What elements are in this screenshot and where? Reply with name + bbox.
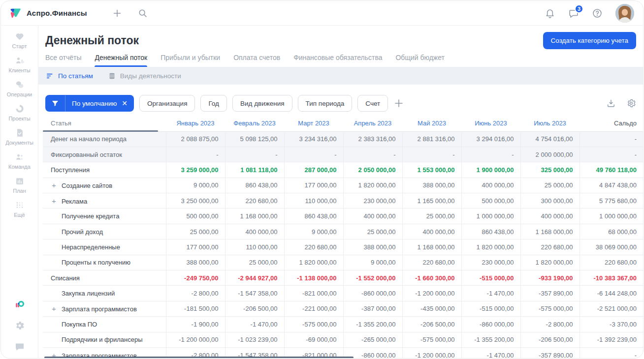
column-header-month[interactable]: Январь 2023 (166, 115, 225, 131)
tab-budget[interactable]: Общий бюджет (395, 54, 444, 67)
table-row[interactable]: Фиксированный остаток------2 000 000,00- (43, 147, 643, 162)
filter-chip-period-type[interactable]: Тип периода (298, 95, 353, 112)
table-settings-gear-icon[interactable] (626, 98, 636, 108)
expand-plus-icon[interactable]: + (51, 181, 57, 189)
export-download-icon[interactable] (606, 98, 616, 108)
table-row[interactable]: +Создание сайтов9 000,00860 438,00177 00… (43, 178, 643, 193)
sidebar-item-operations[interactable]: Операции (1, 80, 38, 97)
row-label-cell: Прочий доход (43, 224, 166, 239)
aspro-mini-logo-icon[interactable] (14, 299, 25, 310)
table-row[interactable]: Покупка ПО-1 900,00-1 470,00-575 000,00-… (43, 317, 643, 332)
value-cell: 1 000 000,00 (580, 209, 643, 224)
value-cell: 68 000,00 (580, 224, 643, 239)
subtab-by-articles[interactable]: По статьям (46, 72, 93, 80)
value-cell: -221 000,00 (284, 301, 343, 316)
more-icon (15, 200, 25, 210)
table-row[interactable]: Закупка лицензий-2 800,00-1 547 358,00-8… (43, 286, 643, 301)
value-cell: 1 000 000,00 (461, 209, 520, 224)
tab-invoices[interactable]: Оплата счетов (233, 54, 280, 67)
active-filter-chip[interactable]: По умолчанию ✕ (45, 95, 134, 112)
table-row[interactable]: Прочий доход25 000,00400 000,009 000,002… (43, 224, 643, 239)
table-row[interactable]: Проценты к получению388 000,0025 000,001… (43, 255, 643, 270)
value-cell: 177 000,00 (284, 178, 343, 193)
horizontal-scrollbar-thumb[interactable] (44, 357, 354, 359)
value-cell: 388 000,00 (343, 239, 402, 255)
expand-plus-icon[interactable]: + (51, 197, 57, 205)
clients-icon (15, 56, 25, 65)
column-header-month[interactable]: Июнь 2023 (461, 115, 520, 131)
tab-all-reports[interactable]: Все отчёты (45, 54, 81, 67)
table-row[interactable]: Денег на начало периода2 088 875,005 098… (43, 131, 643, 147)
help-icon[interactable] (592, 8, 603, 19)
table-row[interactable]: +Реклама3 250 000,00220 680,00110 000,00… (43, 193, 643, 209)
topbar: Аспро.Финансы 3 (1, 1, 643, 26)
value-cell: 1 553 000,00 (402, 162, 461, 178)
value-cell: 1 900 000,00 (461, 162, 520, 178)
sidebar-item-plan[interactable]: План (1, 176, 38, 194)
column-header-month[interactable]: Июль 2023 (520, 115, 580, 131)
sidebar-item-projects[interactable]: Проекты (1, 104, 38, 121)
tab-pnl[interactable]: Прибыли и убытки (161, 54, 220, 67)
sidebar: СтартКлиентыОперацииПроектыДокументыКома… (1, 26, 38, 359)
settings-gear-icon[interactable] (14, 320, 25, 331)
tab-cash-flow[interactable]: Денежный поток (95, 54, 147, 67)
quick-add-button[interactable] (112, 8, 123, 19)
value-cell: 860 438,00 (461, 224, 520, 239)
column-header-article: Статья (43, 115, 166, 131)
table-row[interactable]: Подрядчики и фрилансеры-1 200 000,00-1 0… (43, 332, 643, 347)
sidebar-item-documents[interactable]: Документы (1, 128, 38, 146)
table-row[interactable]: Списания-249 750,00-2 944 927,00-1 138 0… (43, 270, 643, 286)
main-area: Денежный поток Создать категорию учета В… (38, 26, 643, 359)
value-cell: -265 000,00 (343, 332, 402, 347)
notifications-bell-icon[interactable] (545, 8, 555, 19)
expand-plus-icon[interactable]: + (51, 304, 57, 313)
clear-filter-icon[interactable]: ✕ (122, 99, 134, 107)
support-chat-icon[interactable] (14, 341, 25, 352)
subtab-label: По статьям (58, 72, 93, 80)
row-label-cell: +Создание сайтов (43, 178, 166, 193)
value-cell: -575 000,00 (520, 301, 580, 316)
filter-chip-movement[interactable]: Вид движения (232, 95, 292, 112)
active-filter-label: По умолчанию (65, 100, 122, 107)
projects-icon (15, 104, 25, 114)
create-category-button[interactable]: Создать категорию учета (543, 32, 636, 49)
row-label-cell: Нераспределенные (43, 239, 166, 255)
messages-chat-icon[interactable]: 3 (568, 8, 579, 19)
report-tabs: Все отчётыДенежный потокПрибыли и убытки… (45, 54, 636, 67)
user-avatar[interactable] (615, 4, 634, 23)
value-cell: -1 470,00 (225, 317, 284, 332)
value-cell: -575 000,00 (284, 317, 343, 332)
sidebar-item-more[interactable]: Ещё (1, 200, 38, 218)
value-cell: -2 800,00 (166, 286, 225, 301)
column-header-month[interactable]: Апрель 2023 (343, 115, 402, 131)
table-row[interactable]: Нераспределенные177 000,00110 000,00220 … (43, 239, 643, 255)
sidebar-item-team[interactable]: Команда (1, 152, 38, 170)
sidebar-item-start[interactable]: Старт (1, 31, 38, 49)
subtab-activity-types[interactable]: Виды деятельности (108, 72, 181, 80)
value-cell: 300 000,00 (520, 193, 580, 209)
column-header-month[interactable]: Май 2023 (402, 115, 461, 131)
sidebar-item-clients[interactable]: Клиенты (1, 56, 38, 73)
add-filter-button[interactable] (393, 97, 405, 109)
filter-chip-year[interactable]: Год (200, 95, 227, 112)
value-cell: -860 000,00 (461, 317, 520, 332)
row-label-cell: Проценты к получению (43, 255, 166, 270)
search-icon[interactable] (137, 8, 148, 19)
table-row[interactable]: Получение кредита500 000,001 168 000,008… (43, 209, 643, 224)
value-cell: 2 000 000,00 (520, 147, 580, 162)
value-cell: 25 000,00 (402, 209, 461, 224)
filter-chip-account[interactable]: Счет (357, 95, 388, 112)
table-row[interactable]: +Зарплата программистов-181 500,00-206 5… (43, 301, 643, 316)
view-switch-bar: По статьям Виды деятельности (38, 67, 643, 85)
cashflow-table: СтатьяЯнварь 2023Февраль 2023Март 2023Ап… (43, 115, 643, 359)
value-cell: -2 944 927,00 (225, 270, 284, 286)
column-header-month[interactable]: Март 2023 (284, 115, 343, 131)
table-row[interactable]: Поступления3 259 000,001 081 118,00287 0… (43, 162, 643, 178)
column-header-month[interactable]: Февраль 2023 (225, 115, 284, 131)
value-cell: 400 000,00 (520, 209, 580, 224)
filter-chip-organization[interactable]: Организация (139, 95, 195, 112)
tab-obligations[interactable]: Финансовые обязательства (293, 54, 382, 67)
sidebar-item-label: Старт (12, 43, 27, 49)
stack-icon (108, 72, 116, 80)
value-cell: 4 754 016,00 (520, 131, 580, 147)
